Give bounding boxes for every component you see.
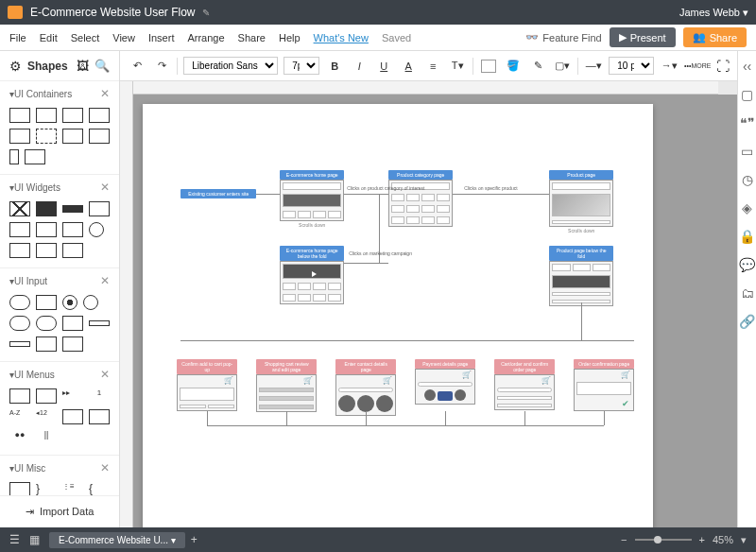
shape-item[interactable]: [9, 201, 30, 216]
shape-item[interactable]: [9, 482, 30, 495]
menu-view[interactable]: View: [112, 32, 135, 43]
layers-icon[interactable]: ◈: [740, 200, 755, 216]
gear-icon[interactable]: ⚙: [9, 59, 22, 74]
connector[interactable]: [344, 194, 388, 195]
shape-item[interactable]: ●●: [9, 430, 30, 445]
close-icon[interactable]: ✕: [100, 181, 110, 194]
comment-icon[interactable]: 💬: [740, 257, 755, 272]
link-icon[interactable]: 🔗: [740, 314, 755, 329]
shape-item[interactable]: [62, 409, 83, 424]
folder-icon[interactable]: [8, 6, 23, 19]
wireframe-box[interactable]: 🛒: [256, 374, 317, 412]
shape-item[interactable]: [36, 222, 57, 237]
shape-item[interactable]: [9, 295, 30, 310]
shape-item[interactable]: [36, 316, 57, 331]
line-style-button[interactable]: —▾: [584, 57, 603, 76]
flow-node[interactable]: Confirm add to cart pop-up: [177, 359, 237, 374]
shape-item[interactable]: [62, 316, 83, 331]
fullscreen-icon[interactable]: ⛶: [716, 59, 730, 74]
more-text-button[interactable]: T▾: [448, 57, 467, 76]
shape-item[interactable]: 1: [89, 388, 110, 404]
shape-item[interactable]: [25, 149, 45, 164]
user-menu[interactable]: James Webb ▾: [679, 7, 748, 19]
connector[interactable]: [453, 194, 549, 195]
shape-item[interactable]: [9, 341, 30, 347]
flow-node[interactable]: Existing customer enters site: [180, 189, 256, 198]
close-icon[interactable]: ✕: [100, 368, 110, 381]
wireframe-box[interactable]: [280, 261, 344, 304]
bold-button[interactable]: B: [325, 57, 344, 76]
shape-item[interactable]: [89, 409, 110, 424]
shape-item[interactable]: [36, 336, 57, 352]
add-page-button[interactable]: +: [191, 533, 198, 546]
shape-item[interactable]: ▸▸: [62, 388, 83, 404]
menu-share[interactable]: Share: [238, 32, 266, 43]
connector[interactable]: [344, 263, 388, 264]
lock-icon[interactable]: 🔒: [740, 229, 755, 244]
menu-select[interactable]: Select: [71, 32, 100, 43]
redo-button[interactable]: ↷: [152, 57, 171, 76]
connector[interactable]: [286, 411, 287, 425]
chevron-left-icon[interactable]: ‹‹: [740, 59, 755, 74]
connector[interactable]: [524, 411, 525, 425]
fill-button[interactable]: [479, 57, 498, 76]
shape-item[interactable]: [89, 222, 104, 237]
underline-button[interactable]: U: [374, 57, 393, 76]
data-icon[interactable]: 🗂: [740, 285, 755, 301]
quote-icon[interactable]: ❝❞: [740, 115, 755, 130]
shape-item[interactable]: [9, 129, 30, 144]
shape-item[interactable]: [89, 129, 110, 144]
flow-node[interactable]: E-commerce home page below the fold: [280, 246, 344, 261]
chevron-down-icon[interactable]: ▾: [741, 534, 747, 546]
wireframe-box[interactable]: [280, 180, 344, 221]
presentation-icon[interactable]: ▭: [740, 144, 755, 159]
shape-item[interactable]: [9, 388, 30, 404]
font-select[interactable]: Liberation Sans: [183, 57, 278, 75]
connector[interactable]: [256, 194, 280, 195]
search-icon[interactable]: 🔍: [94, 59, 110, 73]
shape-item[interactable]: [36, 243, 57, 258]
close-icon[interactable]: ✕: [100, 87, 110, 100]
shape-options-button[interactable]: ▢▾: [553, 57, 572, 76]
edit-title-icon[interactable]: ✎: [202, 8, 210, 18]
shape-item[interactable]: [89, 108, 110, 123]
wireframe-box[interactable]: 🛒 ✔: [574, 369, 634, 411]
connector[interactable]: [207, 425, 604, 426]
shape-item[interactable]: ||: [36, 430, 57, 445]
wireframe-box[interactable]: 🛒: [415, 369, 475, 405]
shape-item[interactable]: ◂12: [36, 409, 57, 424]
shape-item[interactable]: [36, 388, 57, 404]
wireframe-box[interactable]: 🛒: [177, 374, 237, 411]
shape-item[interactable]: [9, 243, 30, 258]
arrow-button[interactable]: →▾: [660, 57, 679, 76]
zoom-out-button[interactable]: −: [621, 534, 627, 545]
zoom-in-button[interactable]: +: [699, 534, 705, 545]
close-icon[interactable]: ✕: [100, 274, 110, 287]
zoom-level[interactable]: 45%: [713, 534, 733, 545]
more-button[interactable]: ••• MORE: [684, 57, 711, 76]
font-size-select[interactable]: 7pt ▾: [284, 57, 319, 75]
menu-arrange[interactable]: Arrange: [187, 32, 224, 43]
shape-item[interactable]: [62, 129, 83, 144]
shape-item[interactable]: [83, 295, 98, 310]
shape-item[interactable]: [62, 205, 83, 213]
connector[interactable]: [604, 411, 605, 425]
connector[interactable]: [581, 302, 582, 340]
list-view-icon[interactable]: ☰: [9, 533, 20, 546]
shape-item[interactable]: [62, 295, 77, 310]
connector[interactable]: [366, 411, 367, 425]
shape-item[interactable]: [62, 336, 83, 352]
history-icon[interactable]: ◷: [740, 172, 755, 187]
shape-item[interactable]: [36, 295, 57, 310]
page-tab[interactable]: E-Commerce Website U... ▾: [49, 532, 185, 548]
shape-item[interactable]: [62, 222, 83, 237]
grid-view-icon[interactable]: ▦: [29, 533, 40, 546]
feature-find-button[interactable]: 👓 Feature Find: [525, 31, 601, 43]
shape-item[interactable]: [62, 243, 83, 258]
present-button[interactable]: ▶ Present: [610, 27, 676, 47]
line-color-button[interactable]: ✎: [528, 57, 547, 76]
text-color-button[interactable]: A: [399, 57, 418, 76]
page-icon[interactable]: ▢: [740, 87, 755, 102]
connector[interactable]: [180, 340, 634, 341]
shape-item[interactable]: ⋮≡: [62, 482, 83, 495]
